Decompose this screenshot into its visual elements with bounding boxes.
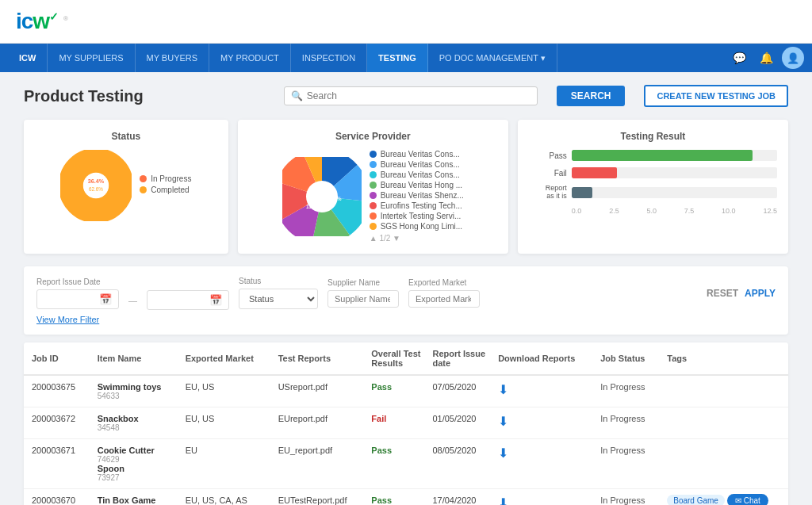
cell-tags bbox=[659, 407, 788, 439]
filter-actions: RESET APPLY bbox=[707, 288, 776, 299]
status-select[interactable]: Status In Progress Completed bbox=[239, 289, 318, 309]
provider-chart-card: Service Provider 13.3% 13.3% bbox=[238, 120, 508, 254]
filter-date-from[interactable]: 📅 bbox=[36, 289, 119, 309]
table-row: 200003672 Snackbox 34548 EU, US EUreport… bbox=[24, 407, 788, 439]
bar-label-fail: Fail bbox=[529, 169, 567, 178]
cell-job-id: 200003675 bbox=[24, 375, 90, 407]
user-avatar[interactable]: 👤 bbox=[782, 47, 804, 69]
charts-section: Status 36.4% 62.6% In Progr bbox=[24, 120, 788, 254]
col-overall-results: Overall TestResults bbox=[363, 342, 424, 375]
filter-supplier: Supplier Name bbox=[327, 278, 399, 308]
date-from-input[interactable] bbox=[44, 294, 99, 304]
cell-download[interactable]: ⬇ bbox=[490, 489, 592, 506]
calendar-from-icon[interactable]: 📅 bbox=[99, 293, 112, 305]
status-chart-title: Status bbox=[35, 131, 217, 142]
cell-download[interactable]: ⬇ bbox=[490, 375, 592, 407]
cell-date: 07/05/2020 bbox=[424, 375, 490, 407]
apply-button[interactable]: APPLY bbox=[745, 288, 776, 299]
legend-completed: Completed bbox=[140, 186, 191, 194]
svg-point-2 bbox=[83, 173, 109, 198]
download-icon: ⬇ bbox=[498, 496, 508, 505]
calendar-to-icon[interactable]: 📅 bbox=[209, 294, 222, 306]
cell-status: In Progress bbox=[592, 407, 659, 439]
table-row: 200003670 Tin Box Game 89055 Match Game … bbox=[24, 489, 788, 506]
cell-tags bbox=[659, 439, 788, 489]
filter-date-to[interactable]: 📅 bbox=[147, 290, 229, 310]
cell-market: EU, US bbox=[178, 407, 270, 439]
view-more-filter[interactable]: View More Filter bbox=[36, 315, 99, 324]
nav-icons: 💬 🔔 👤 bbox=[728, 47, 804, 69]
cell-result: Pass bbox=[363, 489, 424, 506]
status-legend: In Progress Completed bbox=[140, 174, 191, 197]
bar-fill-fail bbox=[572, 167, 617, 178]
cell-market: EU, US bbox=[178, 375, 270, 407]
supplier-input[interactable] bbox=[335, 294, 390, 304]
nav-item-po-doc[interactable]: PO DOC MANAGEMENT ▾ bbox=[428, 44, 557, 72]
filter-market: Exported Market bbox=[408, 278, 480, 308]
search-button[interactable]: SEARCH bbox=[557, 86, 626, 106]
search-bar-wrap: 🔍 bbox=[284, 86, 538, 105]
results-table: Job ID Item Name Exported Market Test Re… bbox=[24, 342, 788, 505]
result-bar-chart: Pass Fail Reportas it is bbox=[529, 150, 777, 215]
svg-text:13.3%: 13.3% bbox=[312, 189, 327, 194]
bar-row-pass: Pass bbox=[529, 150, 777, 161]
nav-item-testing[interactable]: TESTING bbox=[367, 44, 428, 72]
provider-legend: Bureau Veritas Cons... Bureau Veritas Co… bbox=[370, 150, 464, 243]
nav-item-inspection[interactable]: INSPECTION bbox=[291, 44, 367, 72]
bar-label-pass: Pass bbox=[529, 151, 567, 160]
nav-item-my-buyers[interactable]: MY BUYERS bbox=[136, 44, 210, 72]
nav-item-my-product[interactable]: MY PRODUCT bbox=[209, 44, 291, 72]
messages-icon[interactable]: 💬 bbox=[728, 47, 750, 69]
cell-status: In Progress bbox=[592, 489, 659, 506]
svg-text:62.6%: 62.6% bbox=[89, 186, 103, 192]
date-to-input[interactable] bbox=[154, 296, 209, 305]
tag-board-game: Board Game bbox=[667, 495, 725, 505]
bar-track-pass bbox=[572, 150, 777, 161]
bar-track-report bbox=[572, 187, 777, 198]
col-test-reports: Test Reports bbox=[270, 342, 364, 375]
logo-w: w bbox=[33, 9, 49, 33]
cell-download[interactable]: ⬇ bbox=[490, 407, 592, 439]
results-table-wrap: Job ID Item Name Exported Market Test Re… bbox=[24, 342, 788, 505]
bar-track-fail bbox=[572, 167, 777, 178]
market-input[interactable] bbox=[416, 294, 471, 304]
create-testing-job-button[interactable]: CREATE NEW TESTING JOB bbox=[644, 85, 788, 107]
cell-reports: EU_report.pdf bbox=[270, 439, 364, 489]
cell-reports: USreport.pdf bbox=[270, 375, 364, 407]
col-job-id: Job ID bbox=[24, 342, 90, 375]
cell-date: 08/05/2020 bbox=[424, 439, 490, 489]
cell-market: EU bbox=[178, 439, 270, 489]
cell-result: Pass bbox=[363, 439, 424, 489]
nav-item-my-suppliers[interactable]: MY SUPPLIERS bbox=[48, 44, 135, 72]
nav-item-icw[interactable]: ICW bbox=[8, 44, 48, 72]
cell-tags bbox=[659, 375, 788, 407]
status-chart-card: Status 36.4% 62.6% In Progr bbox=[24, 120, 228, 254]
page-title: Product Testing bbox=[24, 87, 144, 105]
col-exported-market: Exported Market bbox=[178, 342, 270, 375]
col-tags: Tags bbox=[659, 342, 788, 375]
logo: icw✓ ® bbox=[16, 9, 67, 34]
cell-reports: EUTestReport.pdfUSTestReport.pdf bbox=[270, 489, 364, 506]
supplier-input-wrap[interactable] bbox=[327, 290, 399, 308]
filter-date-to-group: 📅 bbox=[147, 276, 229, 310]
reset-button[interactable]: RESET bbox=[707, 288, 738, 299]
filter-report-date: Report Issue Date 📅 bbox=[36, 277, 119, 309]
cell-download[interactable]: ⬇ bbox=[490, 439, 592, 489]
cell-item-name: Snackbox 34548 bbox=[90, 407, 178, 439]
chat-button[interactable]: ✉ Chat bbox=[727, 494, 768, 505]
table-row: 200003671 Cookie Cutter 74629 Spoon 7392… bbox=[24, 439, 788, 489]
search-input[interactable] bbox=[307, 90, 530, 101]
result-chart-card: Testing Result Pass Fail bbox=[518, 120, 788, 254]
bar-label-report: Reportas it is bbox=[529, 185, 567, 201]
notifications-icon[interactable]: 🔔 bbox=[755, 47, 777, 69]
cell-tags: Board Game ✉ Chat bbox=[659, 489, 788, 506]
legend-in-progress: In Progress bbox=[140, 174, 191, 183]
provider-chart-title: Service Provider bbox=[249, 131, 497, 142]
cell-date: 17/04/2020 bbox=[424, 489, 490, 506]
filter-status: Status Status In Progress Completed bbox=[239, 277, 318, 309]
market-input-wrap[interactable] bbox=[408, 290, 480, 308]
svg-text:36.4%: 36.4% bbox=[88, 178, 105, 185]
provider-pagination[interactable]: ▲ 1/2 ▼ bbox=[370, 234, 464, 243]
main-content: Product Testing 🔍 SEARCH CREATE NEW TEST… bbox=[0, 72, 812, 505]
search-icon: 🔍 bbox=[291, 90, 303, 101]
